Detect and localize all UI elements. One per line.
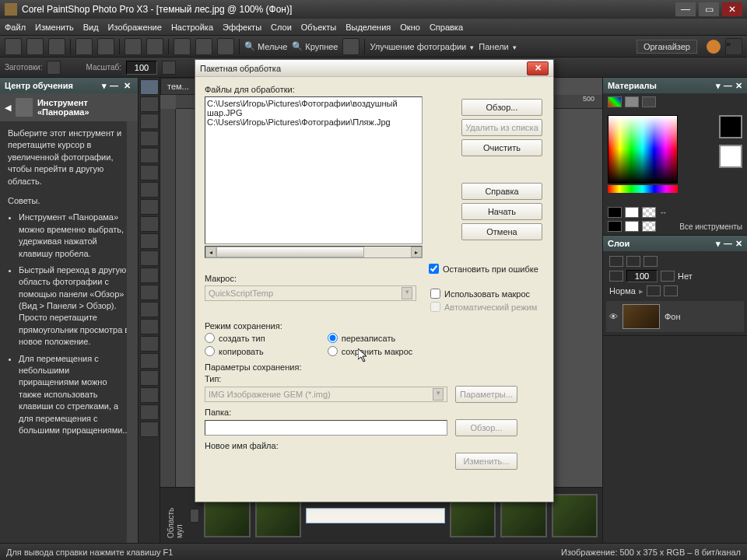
scratch-tool-icon[interactable] xyxy=(140,268,159,283)
learning-scrollbar[interactable] xyxy=(127,121,138,543)
background-swatch[interactable] xyxy=(719,145,742,168)
start-button[interactable]: Начать xyxy=(461,203,542,220)
panel-close-icon[interactable]: ✕ xyxy=(121,81,133,91)
save-macro-radio[interactable] xyxy=(328,346,338,356)
lock-icon[interactable]: ↔ xyxy=(659,208,668,217)
panel-pin-icon[interactable]: ▾ xyxy=(716,239,721,249)
menu-selections[interactable]: Выделения xyxy=(345,23,391,32)
visibility-icon[interactable] xyxy=(647,285,661,296)
menu-window[interactable]: Окно xyxy=(400,23,420,32)
connect-icon[interactable] xyxy=(195,38,212,55)
crop-tool-icon[interactable] xyxy=(140,165,159,180)
copy-icon[interactable] xyxy=(75,38,93,55)
back-arrow-icon[interactable]: ◀ xyxy=(5,103,11,113)
organizer-button[interactable]: Органайзер xyxy=(637,40,697,54)
delete-layer-icon[interactable] xyxy=(626,256,640,267)
airbrush-tool-icon[interactable] xyxy=(140,302,159,317)
blend-mode[interactable]: Норма xyxy=(609,286,636,296)
maximize-button[interactable]: ▭ xyxy=(699,2,719,16)
menu-view[interactable]: Вид xyxy=(83,23,99,32)
menu-layers[interactable]: Слои xyxy=(271,23,292,32)
fit-icon[interactable] xyxy=(342,38,359,55)
color-picker[interactable] xyxy=(603,110,747,204)
dropper-tool-icon[interactable] xyxy=(140,148,159,163)
menu-file[interactable]: Файл xyxy=(5,23,26,32)
mini-swatch[interactable] xyxy=(608,221,622,232)
clone-tool-icon[interactable] xyxy=(140,250,159,266)
link-icon[interactable] xyxy=(661,271,675,282)
transparent-swatch[interactable] xyxy=(642,207,656,218)
mini-swatch[interactable] xyxy=(625,221,639,232)
layer-item[interactable]: 👁 Фон xyxy=(606,301,744,332)
panel-close-icon[interactable]: ✕ xyxy=(735,81,742,91)
lock-layer-icon[interactable] xyxy=(664,285,678,296)
pan-tool-icon[interactable] xyxy=(140,79,159,95)
thumbnail-item[interactable] xyxy=(552,494,598,537)
effects-icon[interactable] xyxy=(644,256,658,267)
transparent-swatch[interactable] xyxy=(642,221,656,232)
file-list[interactable]: C:\Users\Игорь\Pictures\Фотографии\возду… xyxy=(205,96,423,244)
stop-on-error-checkbox[interactable] xyxy=(429,264,439,274)
selection-tool-icon[interactable] xyxy=(140,131,159,146)
zoom-larger-button[interactable]: 🔍 Крупнее xyxy=(292,41,338,51)
folder-input[interactable] xyxy=(205,420,447,436)
warning-icon[interactable] xyxy=(707,40,721,54)
enhance-dropdown[interactable]: Улучшение фотографии xyxy=(370,42,474,51)
minimize-button[interactable]: — xyxy=(675,2,696,16)
eye-icon[interactable]: 👁 xyxy=(609,312,618,321)
mask-icon[interactable] xyxy=(609,271,623,282)
file-item[interactable]: C:\Users\Игорь\Pictures\Фотографии\возду… xyxy=(207,99,420,117)
perspective-tool-icon[interactable] xyxy=(140,199,159,215)
foreground-swatch[interactable] xyxy=(719,115,742,138)
straighten-tool-icon[interactable] xyxy=(140,182,159,198)
paint-tool-icon[interactable] xyxy=(140,285,159,300)
help-button[interactable]: Справка xyxy=(461,183,542,200)
menu-adjust[interactable]: Настройка xyxy=(171,23,213,32)
expand-icon[interactable]: » xyxy=(725,38,742,55)
menu-help[interactable]: Справка xyxy=(430,23,463,32)
pick-tool-icon[interactable] xyxy=(140,96,159,112)
menu-objects[interactable]: Объекты xyxy=(301,23,336,32)
use-macro-checkbox[interactable] xyxy=(430,289,440,299)
redeye-tool-icon[interactable] xyxy=(140,216,159,232)
rainbow-tab-icon[interactable] xyxy=(608,96,622,107)
panel-autohide-icon[interactable]: ▾ xyxy=(102,81,107,91)
clear-button[interactable]: Очистить xyxy=(461,139,542,156)
flood-tool-icon[interactable] xyxy=(140,353,159,369)
preset-swatch[interactable] xyxy=(47,61,61,75)
organizer-gear-icon[interactable] xyxy=(190,509,199,523)
cancel-button[interactable]: Отмена xyxy=(461,223,542,240)
eraser-tool-icon[interactable] xyxy=(140,336,159,352)
zoom-smaller-button[interactable]: 🔍 Мельче xyxy=(244,41,287,51)
file-list-scrollbar[interactable]: ◂ ▸ xyxy=(205,246,423,258)
text-tool-icon[interactable] xyxy=(140,387,159,403)
dialog-close-button[interactable]: ✕ xyxy=(527,61,549,75)
zoom-input[interactable] xyxy=(126,61,157,75)
all-tools-toggle[interactable]: Все инструменты xyxy=(679,222,742,231)
run-icon[interactable] xyxy=(174,38,191,55)
redo-icon[interactable] xyxy=(146,38,163,55)
create-type-radio[interactable] xyxy=(205,333,215,343)
panel-pin-icon[interactable]: ▾ xyxy=(716,81,721,91)
panel-min-icon[interactable]: — xyxy=(724,239,732,249)
move-tool-icon[interactable] xyxy=(140,114,159,129)
print-icon[interactable] xyxy=(97,38,114,55)
new-icon[interactable] xyxy=(5,38,22,55)
mini-swatch[interactable] xyxy=(625,207,639,218)
save-icon[interactable] xyxy=(48,38,65,55)
opacity-input[interactable] xyxy=(626,270,658,282)
menu-effects[interactable]: Эффекты xyxy=(223,23,261,32)
info-icon[interactable] xyxy=(217,38,234,55)
swatch-tab-icon[interactable] xyxy=(625,96,639,107)
new-layer-icon[interactable] xyxy=(609,256,623,267)
menu-edit[interactable]: Изменить xyxy=(35,23,74,32)
mini-swatch[interactable] xyxy=(608,207,622,218)
panels-dropdown[interactable]: Панели xyxy=(479,42,516,51)
makeover-tool-icon[interactable] xyxy=(140,233,159,249)
overwrite-radio[interactable] xyxy=(328,333,338,343)
lighten-tool-icon[interactable] xyxy=(140,319,159,334)
file-item[interactable]: C:\Users\Игорь\Pictures\Фотографии\Пляж.… xyxy=(207,117,420,127)
dialog-titlebar[interactable]: Пакетная обработка ✕ xyxy=(195,60,553,77)
picture-tube-tool-icon[interactable] xyxy=(140,370,159,386)
frame-tab-icon[interactable] xyxy=(642,96,656,107)
